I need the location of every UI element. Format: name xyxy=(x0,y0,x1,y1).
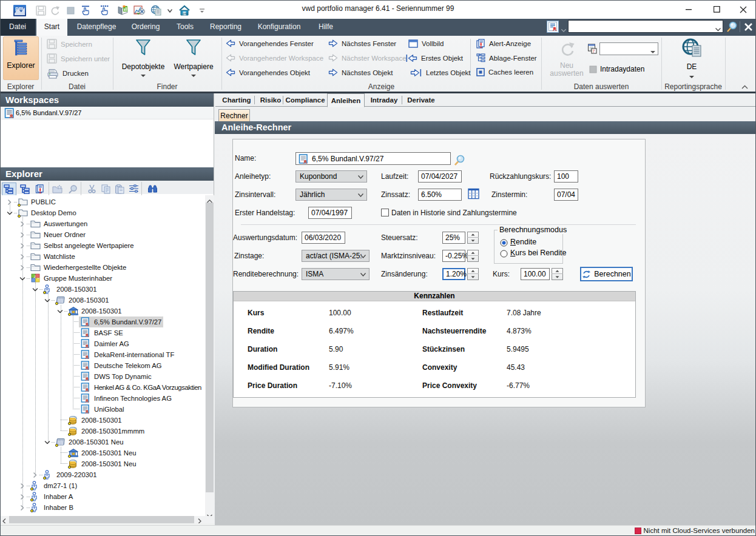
svg-text:7: 7 xyxy=(593,49,595,53)
